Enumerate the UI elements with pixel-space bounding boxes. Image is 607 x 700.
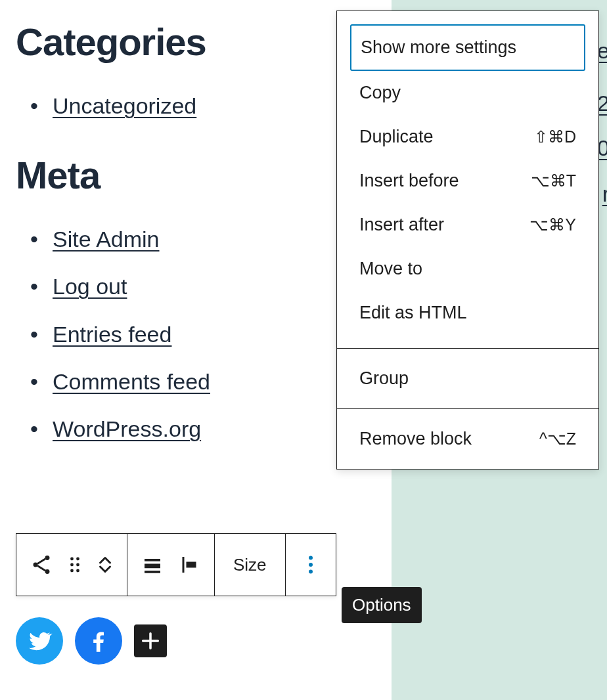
menu-item-shortcut: ⌥⌘Y <box>529 215 576 234</box>
menu-item-copy[interactable]: Copy <box>350 71 585 115</box>
menu-item-label: Group <box>359 368 409 389</box>
move-buttons[interactable] <box>90 546 120 583</box>
svg-point-15 <box>309 563 313 567</box>
justify-button[interactable] <box>134 546 171 583</box>
menu-section: Remove block ^⌥Z <box>337 409 598 469</box>
svg-point-14 <box>309 556 313 560</box>
block-options-menu: Show more settings Copy Duplicate ⇧⌘D In… <box>336 11 599 470</box>
toolbar-group-align <box>127 534 215 596</box>
svg-point-16 <box>309 570 313 574</box>
chevron-up-down-icon <box>93 553 117 577</box>
menu-item-label: Remove block <box>359 429 472 449</box>
meta-link-logout[interactable]: Log out <box>53 274 127 299</box>
menu-item-shortcut: ⌥⌘T <box>531 171 576 190</box>
category-link[interactable]: Uncategorized <box>53 93 196 118</box>
svg-point-7 <box>70 569 74 573</box>
svg-rect-9 <box>145 559 160 561</box>
block-toolbar: Size <box>16 533 336 596</box>
menu-section: Group <box>337 349 598 408</box>
svg-rect-13 <box>187 562 196 568</box>
facebook-button[interactable] <box>75 617 122 665</box>
add-block-button[interactable] <box>134 624 167 657</box>
svg-point-3 <box>70 558 74 561</box>
facebook-icon <box>85 628 112 654</box>
meta-link-comments-feed[interactable]: Comments feed <box>53 369 210 394</box>
meta-link-wordpress[interactable]: WordPress.org <box>53 416 201 441</box>
svg-point-0 <box>45 556 50 560</box>
svg-point-2 <box>45 569 50 574</box>
toolbar-group-size: Size <box>215 534 286 596</box>
menu-item-shortcut: ^⌥Z <box>539 429 576 448</box>
meta-link-entries-feed[interactable]: Entries feed <box>53 322 171 347</box>
svg-point-8 <box>76 569 79 573</box>
menu-item-label: Copy <box>359 83 401 103</box>
menu-item-show-more-settings[interactable]: Show more settings <box>350 24 585 71</box>
toolbar-group-more <box>286 534 336 596</box>
share-icon <box>30 553 53 577</box>
drag-icon <box>63 553 87 577</box>
twitter-icon <box>26 628 53 654</box>
twitter-button[interactable] <box>16 617 63 665</box>
svg-point-5 <box>70 563 74 567</box>
svg-point-1 <box>34 563 38 567</box>
menu-item-label: Duplicate <box>359 127 434 147</box>
svg-rect-12 <box>183 557 185 573</box>
size-button[interactable]: Size <box>221 546 279 583</box>
menu-item-insert-after[interactable]: Insert after ⌥⌘Y <box>350 203 585 247</box>
edge-fragment: r <box>602 181 607 207</box>
menu-item-insert-before[interactable]: Insert before ⌥⌘T <box>350 159 585 203</box>
menu-item-duplicate[interactable]: Duplicate ⇧⌘D <box>350 115 585 159</box>
align-left-icon <box>177 553 201 577</box>
more-vertical-icon <box>299 553 323 577</box>
block-type-button[interactable] <box>23 546 60 583</box>
menu-item-label: Move to <box>359 259 422 279</box>
svg-point-6 <box>76 563 79 567</box>
menu-item-label: Insert after <box>359 215 444 235</box>
menu-item-label: Insert before <box>359 171 459 191</box>
options-tooltip: Options <box>342 587 422 623</box>
menu-item-edit-html[interactable]: Edit as HTML <box>350 291 585 335</box>
drag-handle[interactable] <box>60 546 90 583</box>
menu-item-shortcut: ⇧⌘D <box>534 127 576 146</box>
menu-item-move-to[interactable]: Move to <box>350 247 585 291</box>
more-options-button[interactable] <box>292 546 329 583</box>
svg-point-4 <box>76 558 79 561</box>
menu-item-group[interactable]: Group <box>350 357 585 401</box>
svg-rect-10 <box>145 564 160 569</box>
justify-icon <box>141 553 164 577</box>
toolbar-group-block <box>16 534 127 596</box>
plus-icon <box>139 630 162 652</box>
svg-rect-11 <box>145 571 160 573</box>
menu-item-label: Edit as HTML <box>359 303 467 323</box>
menu-item-label: Show more settings <box>361 37 516 58</box>
align-button[interactable] <box>171 546 208 583</box>
menu-item-remove-block[interactable]: Remove block ^⌥Z <box>350 417 585 461</box>
meta-link-site-admin[interactable]: Site Admin <box>53 227 160 252</box>
social-links-block <box>16 617 167 665</box>
menu-section: Show more settings Copy Duplicate ⇧⌘D In… <box>337 11 598 348</box>
